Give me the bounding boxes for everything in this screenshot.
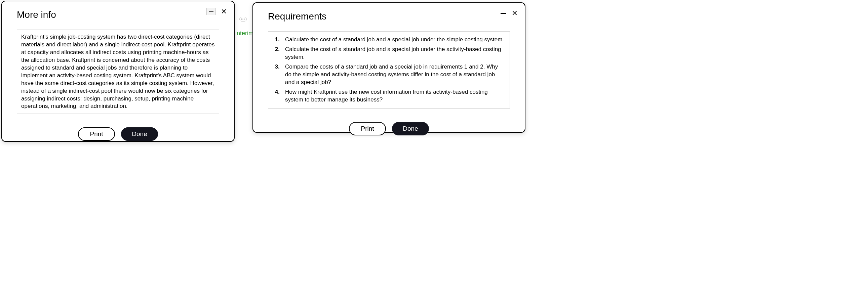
close-icon: × <box>512 8 517 18</box>
close-button[interactable]: × <box>510 8 519 18</box>
requirement-text: Calculate the cost of a standard job and… <box>285 36 506 44</box>
requirement-item: 1. Calculate the cost of a standard job … <box>272 35 506 45</box>
requirement-number: 3. <box>272 63 280 71</box>
requirements-list: 1. Calculate the cost of a standard job … <box>272 35 506 105</box>
minimize-icon <box>209 11 214 12</box>
requirement-item: 4. How might Kraftprint use the new cost… <box>272 87 506 105</box>
requirements-content: 1. Calculate the cost of a standard job … <box>268 31 510 108</box>
close-icon: × <box>221 7 226 16</box>
requirement-text: How might Kraftprint use the new cost in… <box>285 88 506 104</box>
dialog-connector: ••• <box>233 16 252 23</box>
more-info-footer: Print Done <box>2 118 234 149</box>
minimize-button[interactable] <box>500 10 506 17</box>
requirements-title: Requirements <box>268 11 515 22</box>
done-button[interactable]: Done <box>392 122 429 135</box>
more-info-header: More info × <box>2 1 234 23</box>
requirement-item: 2. Calculate the cost of a standard job … <box>272 45 506 62</box>
connector-handle[interactable]: ••• <box>239 17 247 22</box>
requirement-number: 2. <box>272 46 280 54</box>
more-info-title: More info <box>17 9 224 20</box>
requirement-number: 4. <box>272 88 280 96</box>
more-info-body: Kraftprint's simple job-costing system h… <box>2 23 234 118</box>
requirements-window-controls: × <box>500 8 519 18</box>
requirements-body: 1. Calculate the cost of a standard job … <box>253 25 525 112</box>
more-info-window-controls: × <box>207 7 228 16</box>
minimize-icon <box>501 13 506 14</box>
close-button[interactable]: × <box>219 7 228 16</box>
more-info-content: Kraftprint's simple job-costing system h… <box>17 30 219 114</box>
requirements-dialog: Requirements × 1. Calculate the cost of … <box>252 2 525 133</box>
requirement-number: 1. <box>272 36 280 44</box>
minimize-button[interactable] <box>207 8 216 15</box>
requirement-item: 3. Compare the costs of a standard job a… <box>272 62 506 87</box>
done-button[interactable]: Done <box>121 127 158 141</box>
requirements-header: Requirements × <box>253 3 525 25</box>
requirement-text: Calculate the cost of a standard job and… <box>285 46 506 61</box>
more-info-dialog: More info × Kraftprint's simple job-cost… <box>1 1 235 142</box>
print-button[interactable]: Print <box>349 122 386 135</box>
print-button[interactable]: Print <box>78 127 115 141</box>
requirements-footer: Print Done <box>253 112 525 143</box>
background-interim-text: interim <box>235 30 253 37</box>
requirement-text: Compare the costs of a standard job and … <box>285 63 506 86</box>
